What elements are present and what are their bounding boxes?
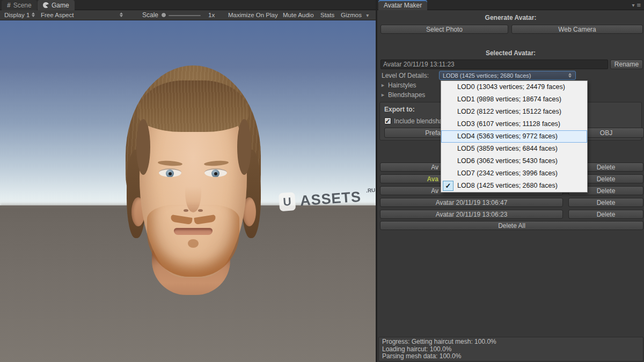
aspect-dropdown[interactable]: Free Aspect [41,10,123,20]
foldout-arrow-icon: ► [380,92,385,98]
checkmark-icon: ✓ [443,181,453,191]
display-dropdown[interactable]: Display 1 [4,10,35,20]
avatar-row-button[interactable]: Avatar 20/11/19 13:06:47 [380,198,563,207]
game-view-panel: # Scene Game ▾ ≡ Display 1 Free Aspect S… [0,0,376,362]
foldout-arrow-icon: ► [380,83,385,88]
lod-option[interactable]: LOD7 (2342 vertices; 3996 faces) [441,167,587,180]
scale-slider-thumb[interactable] [161,12,166,18]
avatar-eye-right [204,168,227,177]
lod-option-highlighted[interactable]: LOD4 (5363 vertices; 9772 faces) [441,130,587,143]
avatar-head-3d [122,50,266,302]
foldout-blendshapes[interactable]: ► Blendshapes [380,91,425,99]
scale-value: 1x [208,10,215,20]
updown-icon [568,73,572,78]
mute-audio-button[interactable]: Mute Audio [283,10,314,20]
tab-avatar-maker-label: Avatar Maker [384,2,422,9]
lod-option[interactable]: LOD5 (3859 vertices; 6844 faces) [441,143,587,155]
progress-line: Progress: Getting haircut mesh: 100.0% [382,338,640,346]
checkmark-icon: ✓ [385,117,390,125]
avatar-maker-tab-menu[interactable]: ▾ ≡ [632,1,641,9]
avatar-maker-panel: Avatar Maker ▾ ≡ Generate Avatar: Select… [376,0,644,362]
avatar-name-field[interactable]: Avatar 20/11/19 13:11:23 [380,60,608,69]
lod-option[interactable]: LOD3 (6107 vertices; 11128 faces) [441,118,587,130]
select-photo-button[interactable]: Select Photo [380,25,508,34]
scene-grid-icon: # [7,2,11,9]
delete-avatar-button[interactable]: Delete [568,210,643,219]
game-viewport: U ASSETS .RU [0,20,376,362]
dropdown-arrow-icon: ▾ [632,2,634,8]
updown-icon [120,12,123,17]
delete-all-button[interactable]: Delete All [380,221,643,230]
lod-option[interactable]: LOD2 (8122 vertices; 15122 faces) [441,106,587,118]
generate-avatar-header: Generate Avatar: [377,14,644,21]
avatar-temple-left [136,119,150,175]
updown-icon [32,12,35,17]
rename-button[interactable]: Rename [610,60,643,69]
progress-box: Progress: Getting haircut mesh: 100.0% L… [378,337,643,361]
scale-label: Scale [142,10,158,20]
lod-label: Level Of Details: [382,72,429,79]
stats-button[interactable]: Stats [320,10,334,20]
selected-avatar-header: Selected Avatar: [377,49,644,57]
web-camera-button[interactable]: Web Camera [511,25,643,34]
foldout-hairstyles[interactable]: ► Hairstyles [380,82,416,89]
tab-game-label: Game [52,2,69,9]
watermark-text: ASSETS [299,188,362,209]
lod-option-checked[interactable]: ✓ LOD8 (1425 vertices; 2680 faces) [441,180,587,192]
avatar-row-button[interactable]: Avatar 20/11/19 13:06:23 [380,210,563,219]
dropdown-arrow-icon: ▾ [366,12,369,18]
game-toolbar: Display 1 Free Aspect Scale 1x Maximize … [0,10,376,20]
avatar-maker-tabbar: Avatar Maker ▾ ≡ [377,0,644,10]
progress-line: Loading haircut: 100.0% [382,346,640,353]
avatar-eye-left [159,168,181,177]
watermark-u-logo: U [279,192,296,211]
avatar-temple-right [237,119,251,175]
avatar-hairline [137,80,249,132]
delete-avatar-button[interactable]: Delete [568,198,643,207]
export-to-header: Export to: [384,106,415,113]
avatar-chin-beard [188,239,199,248]
tab-scene[interactable]: # Scene [2,0,37,10]
avatar-mouth [174,228,213,235]
progress-line: Parsing mesh data: 100.0% [382,353,640,360]
tab-scene-label: Scene [13,2,32,9]
lod-dropdown[interactable]: LOD8 (1425 vertices; 2680 faces) [439,71,576,80]
menu-icon: ≡ [636,1,641,9]
tab-game[interactable]: Game [38,0,75,10]
game-tabbar: # Scene Game ▾ ≡ [0,0,376,10]
scale-slider-track[interactable] [169,15,201,16]
game-icon [43,2,49,8]
tab-avatar-maker[interactable]: Avatar Maker [378,0,427,10]
unity-editor-window: # Scene Game ▾ ≡ Display 1 Free Aspect S… [0,0,644,362]
gizmos-dropdown[interactable]: Gizmos ▾ [341,10,369,20]
include-blendshapes-checkbox[interactable]: ✓ [384,117,391,124]
lod-option[interactable]: LOD0 (13043 vertices; 24479 faces) [441,81,587,93]
lod-dropdown-value: LOD8 (1425 vertices; 2680 faces) [443,72,531,79]
maximize-on-play-button[interactable]: Maximize On Play [228,10,278,20]
avatar-maker-body: Generate Avatar: Select Photo Web Camera… [377,11,644,362]
lod-option[interactable]: LOD6 (3062 vertices; 5430 faces) [441,155,587,167]
watermark-suffix: .RU [366,187,376,193]
lod-option[interactable]: LOD1 (9898 vertices; 18674 faces) [441,93,587,106]
lod-dropdown-list: LOD0 (13043 vertices; 24479 faces) LOD1 … [441,80,588,193]
